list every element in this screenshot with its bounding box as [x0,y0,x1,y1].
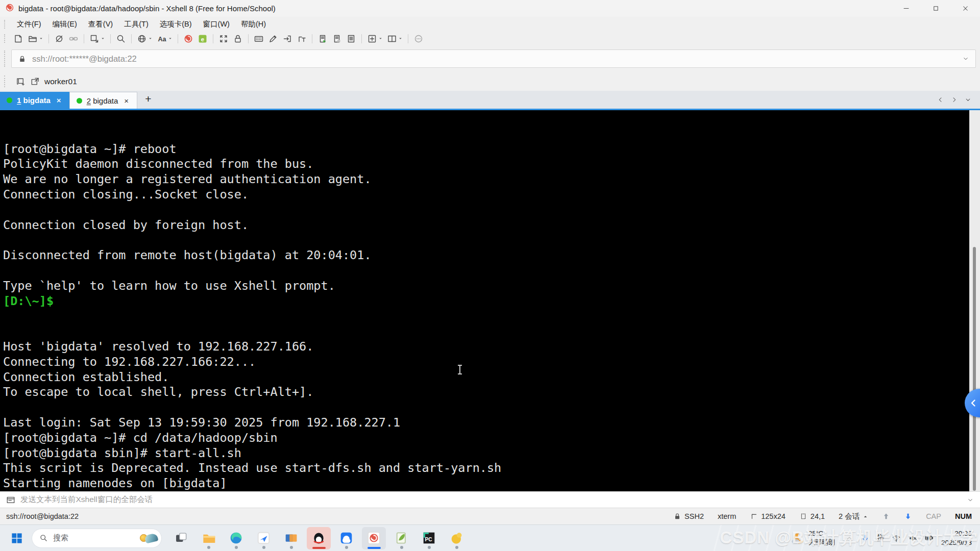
duplicate-session-dropdown-icon[interactable] [101,36,105,41]
session-list-caret-icon[interactable] [863,514,868,519]
toolbar-xftp-button[interactable]: e [195,32,210,45]
menu-item-t[interactable]: 工具(T) [118,17,154,31]
start-button[interactable] [5,527,29,549]
new-terminal-dropdown-icon[interactable] [378,36,383,41]
address-bar[interactable]: ssh://root:******@bigdata:22 [11,49,976,68]
minimize-button[interactable] [891,0,921,17]
clock-time: 20:36 [941,529,972,538]
toolbar-separator [48,34,49,43]
maximize-button[interactable] [921,0,950,17]
tab-2-bigdata[interactable]: 2 bigdata× [69,92,138,109]
taskbar-clock[interactable]: 20:36 2025/9/13 [941,529,972,547]
wifi-icon[interactable] [892,534,901,543]
tab-scroll-controls [937,96,980,104]
weather-icon [791,531,805,545]
toolbar-separator [408,34,408,43]
toolbar-lock-screen-button[interactable] [231,32,245,45]
toolbar-transfer-new-button[interactable] [315,32,330,45]
menu-item-f[interactable]: 文件(F) [11,17,47,31]
toolbar-transfer-small-button[interactable] [330,32,344,45]
close-tab-icon[interactable]: × [122,96,130,106]
battery-icon[interactable] [924,533,934,543]
tab-menu-icon[interactable] [964,96,972,104]
taskbar-app-xshell[interactable] [362,527,386,549]
taskbar-app-file-explorer[interactable] [197,527,220,549]
taskbar-app-pycharm[interactable]: PC [417,527,441,549]
taskbar-app-edge-browser[interactable] [224,527,248,549]
tab-1-bigdata[interactable]: 1 bigdata× [0,92,69,109]
close-button[interactable] [950,0,980,17]
toolbar-session-log-button[interactable] [344,32,358,45]
terminal-scrollbar[interactable] [969,110,980,491]
terminal-line: This script is Deprecated. Instead use s… [3,461,980,476]
toolbar-encoding-globe-button[interactable] [135,32,155,45]
search-highlight-image[interactable] [140,534,158,542]
taskbar-app-tencent-docs[interactable] [252,527,276,549]
font-dropdown-icon[interactable] [168,36,173,41]
scroll-right-icon[interactable] [950,96,958,104]
toolbar-split-layout-button[interactable] [385,32,405,45]
encoding-globe-dropdown-icon[interactable] [148,36,153,41]
new-tab-button[interactable]: + [137,93,159,107]
toolbar-virtual-keyboard-button[interactable] [252,32,266,45]
compose-bar[interactable]: 发送文本到当前Xshell窗口的全部会话 [0,491,980,508]
split-layout-dropdown-icon[interactable] [398,36,403,41]
edge-browser-icon [229,531,243,545]
microphone-icon[interactable] [861,534,870,543]
toolbar-new-session-button[interactable] [11,32,26,45]
volume-mute-icon[interactable] [908,534,917,543]
ime-indicator[interactable]: 拼 [877,533,885,543]
svg-text:e: e [201,36,204,42]
window-controls [891,0,980,17]
close-tab-icon[interactable]: × [55,95,63,105]
open-session-icon[interactable] [30,77,40,86]
status-session-count[interactable]: 2 会话 [839,512,868,521]
address-value: ssh://root:******@bigdata:22 [32,54,137,64]
terminal-line [3,324,980,339]
address-history-dropdown-icon[interactable] [962,55,969,62]
toolbar-compose-pen-button[interactable] [266,32,280,45]
taskbar-app-gold-app[interactable] [445,527,469,549]
title-bar: bigdata - root@bigdata:/data/hadoop/sbin… [0,0,980,17]
system-tray: 25°C 大部晴朗 拼 20:36 2025/9/13 [791,529,975,547]
toolbar-duplicate-session-button[interactable] [87,32,107,45]
open-session-dropdown-icon[interactable] [39,36,43,41]
toolbar-separator [178,34,178,43]
menu-item-b[interactable]: 选项卡(B) [154,17,198,31]
terminal-line [3,263,980,279]
toolbar-send-to-session-button[interactable] [280,32,295,45]
compose-options-icon[interactable] [967,496,974,504]
size-corner-icon [750,512,758,520]
scrollbar-thumb[interactable] [973,247,976,491]
new-quick-command-icon[interactable] [16,77,26,86]
tray-expand-icon[interactable] [845,534,853,542]
toolbar-separator [361,34,362,43]
taskbar-app-weiyun-cloud[interactable] [334,527,358,549]
status-bar: ssh://root@bigdata:22 SSH2xterm125x2424,… [0,508,980,524]
toolbar-new-terminal-button[interactable] [365,32,385,45]
toolbar-xagent-button[interactable] [181,32,195,45]
scroll-to-bottom-button[interactable] [904,512,912,520]
scroll-to-top-button[interactable] [882,512,890,520]
scroll-left-icon[interactable] [937,96,944,104]
toolbar-find-button[interactable] [114,32,128,45]
toolbar-open-session-button[interactable] [26,32,45,45]
menu-item-e[interactable]: 编辑(E) [47,17,83,31]
menu-item-h[interactable]: 帮助(H) [235,17,272,31]
taskbar-app-task-view[interactable] [169,527,193,549]
toolbar-disconnect-button[interactable] [52,32,66,45]
taskbar-app-notepad-plus-plus[interactable] [389,527,413,549]
quick-launch-worker01[interactable]: worker01 [44,77,77,86]
taskbar-app-vmware-workstation[interactable] [279,527,303,549]
taskbar-weather[interactable]: 25°C 大部晴朗 [791,530,835,547]
toolbar-fullscreen-button[interactable] [216,32,231,45]
toolbar-font-button[interactable]: Aa [155,32,175,45]
toolbar-compose-bar-button[interactable] [295,32,309,45]
taskbar-search-box[interactable]: 搜索 [32,529,162,548]
taskbar-app-qq[interactable] [307,527,331,549]
task-view-icon [174,531,188,545]
menu-item-w[interactable]: 窗口(W) [198,17,235,31]
toolbar-grip [4,34,7,43]
menu-item-v[interactable]: 查看(V) [83,17,118,31]
terminal-output[interactable]: [root@bigdata ~]# rebootPolicyKit daemon… [0,110,980,491]
